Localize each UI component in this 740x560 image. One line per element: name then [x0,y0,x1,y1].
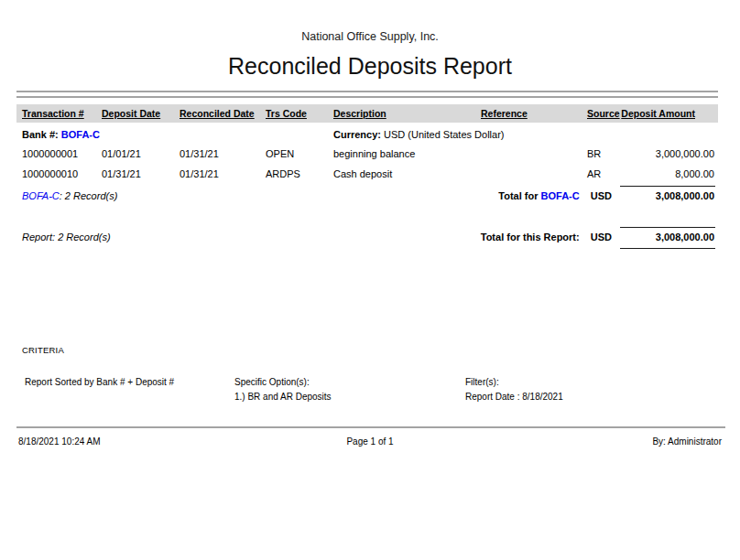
group-record-count-bank-link[interactable]: BOFA-C [22,190,60,201]
title-separator-rule [16,91,718,98]
group-total-label-prefix: Total for [498,190,538,201]
criteria-filters: Filter(s): Report Date : 8/18/2021 [465,375,563,404]
page-indicator: Page 1 of 1 [0,436,740,447]
table-row: 1000000001 01/01/21 01/31/21 OPEN beginn… [0,148,740,161]
report-record-count: Report: 2 Record(s) [22,232,111,242]
table-header-row: Transaction # Deposit Date Reconciled Da… [16,104,718,123]
column-header-deposit-amount: Deposit Amount [621,104,695,123]
report-title: Reconciled Deposits Report [0,53,740,80]
group-total-row: BOFA-C: 2 Record(s) Total for BOFA-C USD… [0,190,740,203]
group-total-bank-link[interactable]: BOFA-C [541,190,580,201]
cell-reconciled-date: 01/31/21 [180,168,219,179]
cell-deposit-date: 01/31/21 [102,168,141,179]
criteria-sorted-by: Report Sorted by Bank # + Deposit # [25,375,174,390]
group-total-rule [620,186,715,187]
report-total-currency: USD [591,232,612,242]
cell-transaction-no: 1000000001 [22,148,78,159]
table-row: 1000000010 01/31/21 01/31/21 ARDPS Cash … [0,168,740,181]
cell-deposit-amount: 8,000.00 [675,168,714,179]
column-header-deposit-date: Deposit Date [102,104,160,123]
report-total-row: Report: 2 Record(s) Total for this Repor… [0,232,740,244]
group-total-label: Total for BOFA-C USD [498,190,612,201]
specific-options-label: Specific Option(s): [234,375,332,390]
cell-trs-code: OPEN [266,148,294,159]
report-total-label-text: Total for this Report: [481,232,580,242]
cell-trs-code: ARDPS [266,168,300,179]
bank-number-link[interactable]: BOFA-C [61,129,100,140]
group-record-count-text: : 2 Record(s) [60,190,118,201]
specific-option-item: 1.) BR and AR Deposits [234,390,332,404]
filter-item: Report Date : 8/18/2021 [465,390,563,404]
report-page: National Office Supply, Inc. Reconciled … [0,0,740,560]
criteria-specific-options: Specific Option(s): 1.) BR and AR Deposi… [234,375,332,404]
filters-label: Filter(s): [465,375,563,390]
column-header-transaction: Transaction # [22,104,84,123]
column-header-source: Source [587,104,620,123]
cell-description: beginning balance [333,148,415,159]
group-total-amount: 3,008,000.00 [656,190,714,201]
company-name: National Office Supply, Inc. [0,30,740,43]
column-header-reconciled-date: Reconciled Date [180,104,255,123]
group-total-currency: USD [591,190,612,201]
printed-by: By: Administrator [652,436,722,447]
bank-group-header-row: Bank #: BOFA-C Currency: USD (United Sta… [0,129,740,142]
cell-deposit-date: 01/01/21 [102,148,141,159]
report-total-top-rule [620,227,715,228]
cell-description: Cash deposit [333,168,392,179]
cell-transaction-no: 1000000010 [22,168,78,179]
column-header-description: Description [333,104,386,123]
cell-source: BR [587,148,601,159]
cell-source: AR [587,168,601,179]
report-total-label: Total for this Report: USD [481,232,612,242]
report-total-amount: 3,008,000.00 [656,232,714,242]
criteria-heading: CRITERIA [22,345,64,355]
column-header-trs-code: Trs Code [266,104,307,123]
column-header-reference: Reference [481,104,528,123]
cell-deposit-amount: 3,000,000.00 [656,148,714,159]
report-total-bottom-rule [620,248,715,249]
currency-value: USD (United States Dollar) [384,129,504,140]
group-record-count: BOFA-C: 2 Record(s) [22,190,117,201]
currency-label: Currency: [333,129,381,140]
footer-rule [16,426,725,428]
bank-number-label: Bank #: [22,129,59,140]
cell-reconciled-date: 01/31/21 [180,148,219,159]
